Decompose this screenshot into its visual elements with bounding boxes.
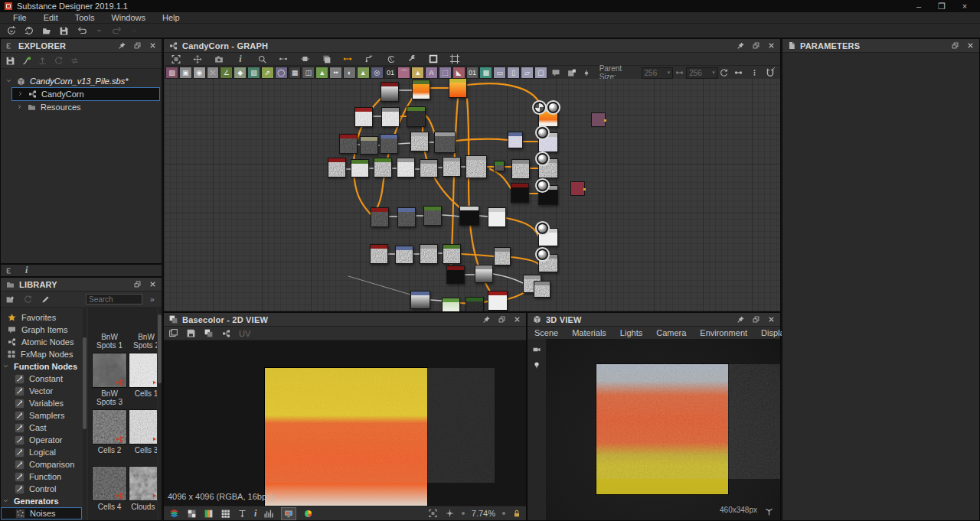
library-item-comparison[interactable]: Comparison [1, 458, 82, 471]
graph-node[interactable] [370, 244, 388, 264]
pin-icon[interactable] [737, 315, 745, 324]
parent-size-height-select[interactable]: 256▾ [686, 67, 718, 79]
chevron-right-icon[interactable] [17, 90, 24, 99]
chevron-down-icon[interactable] [127, 24, 142, 37]
library-item-function-nodes[interactable]: Function Nodes [1, 360, 82, 373]
graph-node[interactable] [508, 132, 523, 148]
gizmo-icon[interactable] [764, 506, 774, 516]
blur-node-button[interactable]: ◉ [193, 67, 206, 79]
graph-node[interactable] [534, 281, 550, 298]
graph-node[interactable] [374, 158, 392, 177]
float-icon[interactable] [951, 41, 959, 50]
video-camera-icon[interactable] [531, 345, 542, 354]
graph-node[interactable] [339, 134, 358, 154]
node-link-icon[interactable] [221, 328, 231, 338]
material-ball-badge[interactable] [535, 125, 550, 140]
graph-node[interactable] [423, 206, 442, 226]
close-icon[interactable] [513, 315, 521, 324]
library-item-function[interactable]: Function [1, 471, 82, 483]
color-profile-icon[interactable] [303, 509, 313, 519]
chevron-down-icon[interactable] [92, 24, 106, 37]
input-link-node-button[interactable]: ▭ [493, 67, 506, 79]
graph-canvas[interactable] [164, 79, 780, 311]
graph-node[interactable] [360, 136, 378, 155]
view3d-menu-materials[interactable]: Materials [565, 328, 613, 337]
graph-node[interactable] [434, 132, 456, 153]
white-noise-node-button[interactable]: 01 [384, 67, 397, 79]
open-folder-icon[interactable] [39, 24, 54, 37]
link-green-icon[interactable] [21, 56, 31, 66]
parent-size-width-select[interactable]: 256▾ [642, 67, 674, 79]
thumbnail-image[interactable] [129, 466, 157, 501]
graph-node[interactable] [443, 157, 461, 177]
chevron-down-icon[interactable] [2, 362, 9, 371]
pin-icon[interactable] [482, 315, 491, 324]
zoom-icon[interactable] [254, 54, 270, 65]
close-icon[interactable] [966, 41, 975, 50]
export-icon[interactable] [38, 56, 47, 66]
frame-region-icon[interactable] [447, 54, 462, 65]
graph-node[interactable] [380, 134, 398, 154]
thumbnail-cells-1[interactable]: Cells 1 [129, 353, 157, 398]
link-timed-icon[interactable] [383, 54, 398, 65]
graph-node[interactable] [354, 107, 373, 127]
refresh-icon[interactable] [719, 68, 729, 78]
thumbnail-image[interactable] [92, 409, 127, 444]
graph-node[interactable] [397, 158, 415, 177]
library-item-noises[interactable]: Noises [1, 507, 82, 519]
io-link-node-button[interactable]: ▱ [521, 67, 534, 79]
output-usage-badge[interactable] [532, 100, 547, 115]
view3d-canvas[interactable]: 460x348px [528, 339, 780, 520]
gradient-map-node-button[interactable]: •• [329, 67, 342, 79]
graph-node[interactable] [511, 159, 530, 179]
graph-node[interactable] [397, 207, 416, 227]
tree-item-resources[interactable]: Resources [11, 101, 162, 113]
library-item-samplers[interactable]: Samplers [1, 409, 82, 422]
lock-icon[interactable] [512, 509, 521, 519]
graph-node[interactable] [466, 297, 484, 311]
graph-node[interactable] [442, 298, 460, 311]
export-package-icon[interactable] [21, 24, 36, 37]
alpha-checker-icon[interactable] [187, 509, 197, 519]
search-expand-button[interactable]: » [150, 295, 155, 304]
comment-icon[interactable] [550, 68, 561, 77]
thumbnail-image[interactable] [129, 409, 157, 444]
add-library-icon[interactable] [5, 295, 15, 304]
height-node-button[interactable]: ▲ [357, 67, 370, 79]
graph-node[interactable] [449, 79, 467, 98]
graph-node[interactable] [443, 244, 461, 264]
search-input[interactable] [86, 294, 142, 304]
image-display-icon[interactable] [426, 54, 441, 65]
redo-icon[interactable] [109, 24, 124, 37]
dot-link-icon[interactable] [733, 68, 744, 77]
library-item-constant[interactable]: Constant [1, 373, 82, 385]
color-swatch-node[interactable] [591, 112, 606, 127]
pin-node-icon[interactable] [583, 68, 590, 78]
copy-image-icon[interactable] [168, 328, 178, 338]
graph-node[interactable] [494, 161, 505, 171]
zoom-level[interactable]: 7.74% [472, 509, 495, 518]
close-button[interactable]: × [954, 1, 975, 11]
svg-node-button[interactable]: ⬚ [439, 67, 452, 79]
center-icon[interactable] [445, 509, 455, 518]
slope-blur-node-button[interactable]: ⇗ [261, 67, 274, 79]
gradient-icon[interactable] [204, 509, 214, 519]
output-link-node-button[interactable]: ▯ [507, 67, 520, 79]
menu-windows[interactable]: Windows [103, 12, 154, 23]
chevron-down-icon[interactable] [2, 497, 9, 506]
library-item-operator[interactable]: Operator [1, 434, 82, 446]
graph-node[interactable] [410, 132, 429, 151]
normal-node-button[interactable]: ▲ [315, 67, 328, 79]
material-ball-badge[interactable] [535, 247, 550, 262]
library-list-scrollbar[interactable] [83, 307, 87, 520]
channels-icon[interactable] [168, 508, 180, 519]
warning-node-button[interactable]: ▲ [411, 67, 424, 79]
float-icon[interactable] [752, 315, 760, 324]
menu-file[interactable]: File [5, 12, 35, 23]
maximize-button[interactable]: ❐ [931, 1, 952, 11]
3d-node-button[interactable]: ◫ [302, 67, 315, 79]
wrench-icon[interactable] [404, 54, 420, 65]
uv-toggle[interactable]: UV [239, 329, 250, 338]
pin-icon[interactable] [737, 41, 745, 50]
thumbnail-image[interactable] [129, 353, 157, 388]
